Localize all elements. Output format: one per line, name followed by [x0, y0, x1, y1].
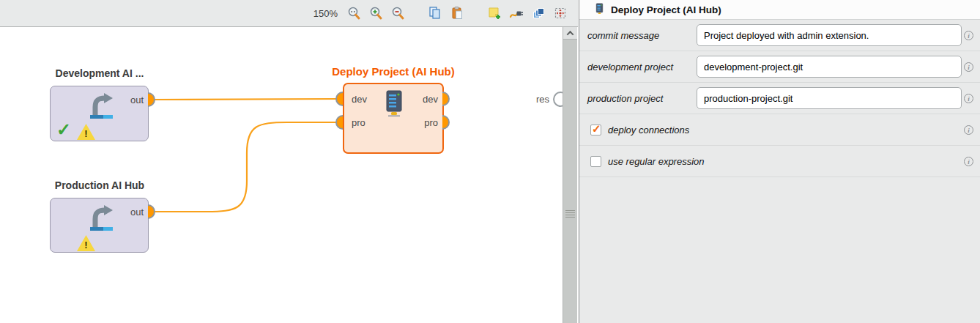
success-check-icon: ✓ — [56, 122, 71, 138]
retract-arrow-icon — [86, 91, 119, 126]
deploy-out-pro-label: pro — [414, 117, 438, 128]
commit-message-input[interactable] — [697, 24, 962, 46]
scroll-up-button[interactable] — [563, 27, 577, 40]
development-out-port-label: out — [122, 94, 144, 105]
param-label: use regular expression — [608, 156, 705, 167]
deploy-connections-checkbox[interactable]: ✓ — [590, 125, 601, 135]
zoom-in-icon[interactable] — [368, 6, 383, 21]
canvas-vertical-scrollbar[interactable] — [563, 27, 577, 323]
param-label: production project — [587, 93, 663, 104]
param-label: development project — [587, 62, 673, 73]
server-icon — [595, 3, 604, 16]
wire-pro-to-deploy — [153, 122, 340, 212]
paste-icon[interactable] — [449, 6, 464, 21]
arrange-icon[interactable] — [530, 6, 546, 21]
zoom-reset-icon[interactable] — [346, 6, 361, 21]
wire-dev-to-deploy — [151, 99, 340, 100]
deploy-node-title: Deploy Project (AI Hub) — [313, 65, 474, 78]
param-label: commit message — [587, 30, 659, 41]
retract-arrow-icon — [86, 203, 119, 238]
info-icon[interactable]: i — [964, 62, 973, 72]
info-icon[interactable]: i — [964, 31, 973, 40]
canvas-toolbar: 150% — [0, 0, 578, 27]
chevron-up-icon — [567, 30, 574, 37]
process-canvas[interactable]: Development AI ... ✓ ! out Production AI… — [0, 27, 578, 323]
deploy-out-dev-label: dev — [414, 94, 438, 105]
info-icon[interactable]: i — [964, 125, 973, 135]
zoom-level-indicator: 150% — [313, 8, 338, 19]
development-project-input[interactable] — [697, 56, 962, 78]
checkmark-icon: ✓ — [592, 122, 601, 135]
param-row-deploy-connections: ✓ deploy connections i — [579, 114, 980, 146]
copy-icon[interactable] — [427, 6, 442, 21]
production-out-port-label: out — [122, 207, 144, 218]
parameters-title: Deploy Project (AI Hub) — [611, 4, 721, 15]
parameters-panel: Deploy Project (AI Hub) commit message i… — [579, 0, 980, 323]
param-row-use-regular-expression: use regular expression i — [579, 146, 980, 177]
use-regular-expression-checkbox[interactable] — [590, 156, 601, 167]
result-port-label: res — [526, 94, 549, 105]
auto-wire-icon[interactable] — [508, 6, 524, 21]
production-project-input[interactable] — [697, 87, 962, 109]
deploy-in-pro-label: pro — [352, 117, 365, 128]
param-row-commit-message: commit message i — [579, 20, 980, 51]
parameters-header: Deploy Project (AI Hub) — [579, 0, 980, 20]
auto-fit-icon[interactable] — [552, 6, 568, 21]
param-label: deploy connections — [608, 125, 689, 135]
zoom-out-icon[interactable] — [390, 6, 405, 21]
add-note-icon[interactable] — [486, 6, 502, 21]
deploy-in-dev-label: dev — [352, 94, 367, 105]
param-row-production-project: production project i — [579, 83, 980, 114]
warning-icon[interactable]: ! — [77, 124, 95, 140]
info-icon[interactable]: i — [964, 157, 973, 166]
param-row-development-project: development project i — [579, 51, 980, 83]
development-node-title: Development AI ... — [12, 67, 188, 79]
process-editor-window: 150% — [0, 0, 980, 323]
info-icon[interactable]: i — [964, 94, 973, 103]
server-icon — [383, 90, 405, 122]
production-node-title: Production AI Hub — [12, 179, 188, 191]
splitter-grip-icon[interactable] — [565, 210, 575, 219]
